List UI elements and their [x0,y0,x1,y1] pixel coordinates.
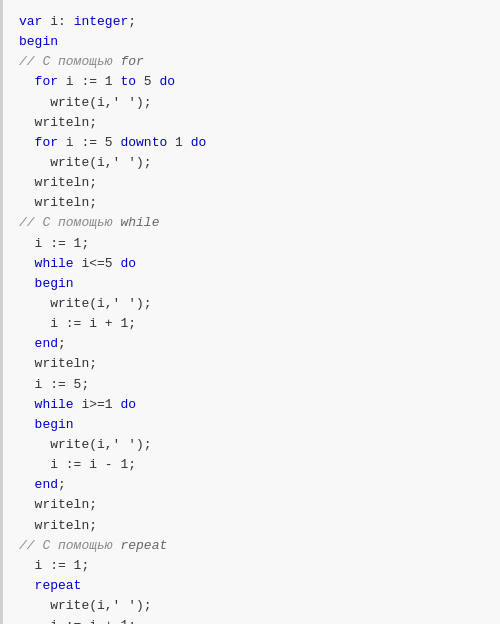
code-text [19,135,35,150]
comment-text: // С помощью [19,538,120,553]
comment-keyword: while [120,215,159,230]
keyword: begin [35,417,74,432]
keyword: repeat [35,578,82,593]
code-line: writeln; [19,495,484,515]
code-text: write(i,' '); [19,598,152,613]
code-line: writeln; [19,173,484,193]
keyword: begin [19,34,58,49]
code-line: begin [19,32,484,52]
code-text [19,256,35,271]
keyword: do [159,74,175,89]
code-text: i := i - 1; [19,457,136,472]
code-text: i := i + 1; [19,316,136,331]
code-line: end; [19,475,484,495]
code-line: writeln; [19,193,484,213]
code-line: i := i + 1; [19,314,484,334]
code-line: i := i + 1; [19,616,484,624]
code-line: i := i - 1; [19,455,484,475]
code-text: i := 1; [19,236,89,251]
code-line: writeln; [19,516,484,536]
code-line: i := 1; [19,556,484,576]
code-line: write(i,' '); [19,435,484,455]
code-text [19,477,35,492]
code-text [19,336,35,351]
code-line: end; [19,334,484,354]
code-text: write(i,' '); [19,437,152,452]
code-text [19,417,35,432]
keyword: do [191,135,207,150]
code-text [19,578,35,593]
code-line: while i<=5 do [19,254,484,274]
keyword: end [35,477,58,492]
code-line: // С помощью repeat [19,536,484,556]
keyword: begin [35,276,74,291]
code-text: i>=1 [74,397,121,412]
keyword: for [35,135,58,150]
keyword: while [35,256,74,271]
code-line: // С помощью for [19,52,484,72]
code-text: 5 [136,74,159,89]
code-text: write(i,' '); [19,296,152,311]
code-line: begin [19,415,484,435]
keyword: integer [74,14,129,29]
keyword: while [35,397,74,412]
code-text: write(i,' '); [19,95,152,110]
code-editor: var i: integer;begin// С помощью for for… [0,0,500,624]
code-line: // С помощью while [19,213,484,233]
code-text [19,276,35,291]
keyword: for [35,74,58,89]
code-line: repeat [19,576,484,596]
code-line: writeln; [19,113,484,133]
code-line: write(i,' '); [19,294,484,314]
code-line: while i>=1 do [19,395,484,415]
code-line: write(i,' '); [19,93,484,113]
code-line: for i := 5 downto 1 do [19,133,484,153]
code-text: ; [58,477,66,492]
code-text: ; [128,14,136,29]
code-text: i<=5 [74,256,121,271]
keyword: to [120,74,136,89]
code-line: i := 5; [19,375,484,395]
code-text: i := 1 [58,74,120,89]
code-line: var i: integer; [19,12,484,32]
code-line: i := 1; [19,234,484,254]
code-text: i := 5; [19,377,89,392]
code-text: writeln; [19,518,97,533]
keyword: do [120,397,136,412]
code-text: writeln; [19,175,97,190]
keyword: do [120,256,136,271]
keyword: downto [120,135,167,150]
code-line: writeln; [19,354,484,374]
code-line: write(i,' '); [19,153,484,173]
code-line: for i := 1 to 5 do [19,72,484,92]
comment-keyword: for [120,54,143,69]
code-text [19,74,35,89]
code-text: i := i + 1; [19,618,136,624]
code-text: writeln; [19,115,97,130]
comment-text: // С помощью [19,54,120,69]
code-text [19,397,35,412]
code-text: 1 [167,135,190,150]
code-text: ; [58,336,66,351]
code-text: writeln; [19,195,97,210]
code-text: i [50,14,58,29]
code-text: i := 5 [58,135,120,150]
code-text: i := 1; [19,558,89,573]
code-text: : [58,14,74,29]
comment-text: // С помощью [19,215,120,230]
code-line: write(i,' '); [19,596,484,616]
keyword: end [35,336,58,351]
keyword: var [19,14,50,29]
code-text: write(i,' '); [19,155,152,170]
comment-keyword: repeat [120,538,167,553]
code-line: begin [19,274,484,294]
code-text: writeln; [19,497,97,512]
code-text: writeln; [19,356,97,371]
